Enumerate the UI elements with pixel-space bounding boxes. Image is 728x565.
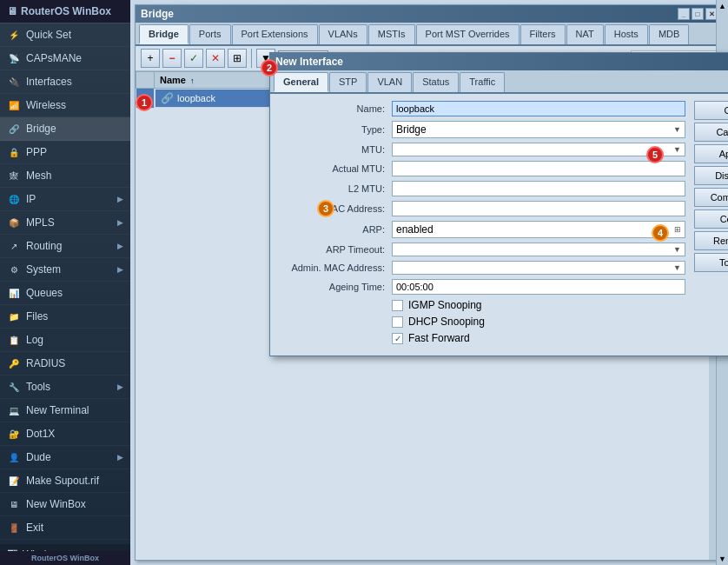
tab-traffic[interactable]: Traffic (460, 72, 505, 92)
wireless-icon: 📶 (7, 98, 21, 112)
tab-hosts[interactable]: Hosts (605, 24, 648, 44)
sidebar-item-new-terminal[interactable]: 💻 New Terminal (0, 399, 130, 422)
tab-nat[interactable]: NAT (566, 24, 604, 44)
step-badge-4: 4 (652, 224, 669, 242)
mtu-select[interactable]: ▼ (392, 143, 685, 156)
mtu-arrow: ▼ (673, 145, 681, 154)
sidebar-item-quick-set[interactable]: ⚡ Quick Set (0, 23, 130, 47)
form-row-fast-forward: ✓ Fast Forward (279, 332, 685, 344)
step-badge-3: 3 (317, 200, 334, 217)
tab-vlans[interactable]: VLANs (319, 24, 367, 44)
remove-button-dialog[interactable]: Remove (694, 231, 728, 250)
sidebar-item-tools[interactable]: 🔧 Tools ▶ (0, 376, 130, 399)
sidebar: 🖥 RouterOS WinBox ⚡ Quick Set 📡 CAPsMANe… (0, 0, 130, 565)
arp-select[interactable]: enabled ⊞ (392, 221, 685, 238)
sidebar-item-make-supout[interactable]: 📝 Make Supout.rif (0, 469, 130, 493)
step-badge-5: 5 (646, 146, 664, 163)
bridge-maximize-button[interactable]: □ (692, 8, 704, 20)
tab-vlan[interactable]: VLAN (367, 72, 412, 92)
type-arrow: ▼ (673, 125, 681, 134)
tab-mdb[interactable]: MDB (649, 24, 689, 44)
sidebar-item-queues[interactable]: 📊 Queues (0, 282, 130, 305)
name-input[interactable] (392, 101, 685, 116)
remove-button[interactable]: − (162, 49, 182, 68)
routing-arrow: ▶ (117, 242, 123, 250)
bridge-window-title: Bridge (141, 8, 174, 20)
bridge-icon: 🔗 (7, 122, 21, 136)
sidebar-logo: 🖥 RouterOS WinBox (0, 0, 130, 23)
tab-general[interactable]: General (274, 72, 328, 92)
sidebar-item-radius[interactable]: 🔑 RADIUS (0, 352, 130, 376)
tab-filters[interactable]: Filters (520, 24, 566, 44)
interface-icon: 🔗 (161, 92, 174, 104)
sidebar-item-files[interactable]: 📁 Files (0, 305, 130, 329)
bridge-minimize-button[interactable]: _ (678, 8, 690, 20)
arp-timeout-arrow: ▼ (673, 245, 681, 254)
arp-timeout-label: ARP Timeout: (279, 244, 392, 255)
mac-input[interactable] (392, 201, 685, 216)
sidebar-item-dot1x[interactable]: 🔐 Dot1X (0, 422, 130, 446)
sidebar-item-wireless[interactable]: 📶 Wireless (0, 94, 130, 117)
check-button[interactable]: ✓ (184, 49, 203, 68)
apply-button[interactable]: Apply (694, 144, 728, 163)
form-row-ageing: Ageing Time: (279, 279, 685, 295)
new-interface-dialog: New Interface _ ✕ General STP VLAN Statu… (269, 52, 728, 356)
dialog-form: Name: Type: Bridge ▼ MTU: ▼ (270, 94, 694, 356)
sidebar-item-mpls[interactable]: 📦 MPLS ▶ (0, 211, 130, 235)
ageing-input[interactable] (392, 279, 685, 295)
tab-mstis[interactable]: MSTIs (368, 24, 415, 44)
bridge-titlebar-buttons: _ □ ✕ (678, 8, 718, 20)
dude-icon: 👤 (7, 450, 21, 464)
copy-button[interactable]: ⊞ (228, 49, 247, 68)
sidebar-item-capsman[interactable]: 📡 CAPsMANe (0, 47, 130, 70)
admin-mac-select[interactable]: ▼ (392, 261, 685, 275)
sidebar-item-exit[interactable]: 🚪 Exit (0, 516, 130, 540)
step-badge-1: 1 (136, 94, 153, 111)
step-badge-2: 2 (261, 59, 278, 76)
tab-port-mst-overrides[interactable]: Port MST Overrides (416, 24, 520, 44)
disable-button[interactable]: Disable (694, 166, 728, 185)
comment-button[interactable]: Comment (694, 188, 728, 207)
sidebar-item-log[interactable]: 📋 Log (0, 329, 130, 352)
actual-mtu-input[interactable] (392, 161, 685, 176)
arp-timeout-select[interactable]: ▼ (392, 243, 685, 256)
sidebar-item-ip[interactable]: 🌐 IP ▶ (0, 188, 130, 211)
sidebar-item-interfaces[interactable]: 🔌 Interfaces (0, 70, 130, 94)
scroll-up-arrow[interactable]: ▲ (717, 0, 728, 12)
copy-button-dialog[interactable]: Copy (694, 209, 728, 229)
sidebar-item-mesh[interactable]: 🕸 Mesh (0, 164, 130, 188)
form-row-dhcp: DHCP Snooping (279, 316, 685, 328)
sidebar-item-bridge[interactable]: 🔗 Bridge (0, 117, 130, 141)
l2mtu-label: L2 MTU: (279, 183, 392, 194)
x-button[interactable]: ✕ (206, 49, 225, 68)
sidebar-item-ppp[interactable]: 🔒 PPP (0, 141, 130, 164)
dhcp-checkbox[interactable] (392, 316, 403, 328)
sidebar-item-new-winbox[interactable]: 🖥 New WinBox (0, 493, 130, 516)
system-arrow: ▶ (117, 265, 123, 274)
ok-button[interactable]: OK (694, 101, 728, 120)
tools-arrow: ▶ (117, 382, 123, 391)
l2mtu-input[interactable] (392, 181, 685, 196)
tab-ports[interactable]: Ports (189, 24, 231, 44)
sidebar-item-dude[interactable]: 👤 Dude ▶ (0, 446, 130, 469)
ageing-label: Ageing Time: (279, 282, 392, 292)
arp-value: enabled (396, 223, 433, 236)
type-select[interactable]: Bridge ▼ (392, 121, 685, 138)
tab-bridge[interactable]: Bridge (139, 24, 189, 44)
dialog-tab-bar: General STP VLAN Status Traffic (270, 70, 728, 94)
mpls-icon: 📦 (7, 216, 21, 229)
tab-stp[interactable]: STP (329, 72, 367, 92)
scroll-down-arrow[interactable]: ▼ (717, 553, 728, 565)
form-row-mac: MAC Address: (279, 201, 685, 216)
tab-status[interactable]: Status (413, 72, 459, 92)
sidebar-item-routing[interactable]: ↗ Routing ▶ (0, 235, 130, 258)
toolbar-separator (251, 49, 252, 68)
cancel-button[interactable]: Cancel (694, 123, 728, 142)
igmp-checkbox[interactable] (392, 300, 403, 311)
torch-button[interactable]: Torch (694, 253, 728, 272)
sidebar-item-system[interactable]: ⚙ System ▶ (0, 258, 130, 282)
system-icon: ⚙ (7, 263, 21, 276)
tab-port-extensions[interactable]: Port Extensions (232, 24, 318, 44)
add-button[interactable]: + (141, 49, 160, 68)
fast-forward-checkbox[interactable]: ✓ (392, 333, 403, 344)
